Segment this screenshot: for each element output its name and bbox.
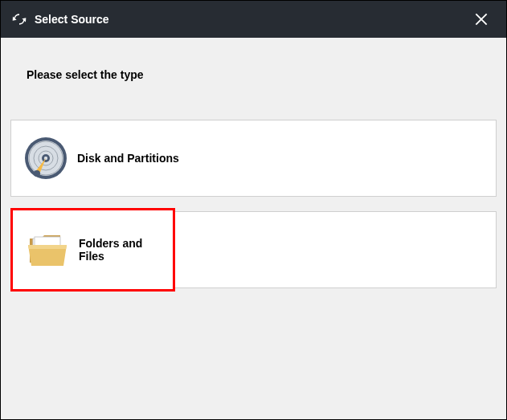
option-folders-and-files[interactable]: Folders and Files bbox=[10, 208, 175, 292]
prompt-text: Please select the type bbox=[10, 46, 497, 120]
folder-icon bbox=[24, 226, 71, 273]
close-button[interactable] bbox=[466, 4, 497, 35]
option-folders-label: Folders and Files bbox=[79, 237, 162, 263]
option-disk-label: Disk and Partitions bbox=[77, 152, 179, 165]
svg-point-10 bbox=[34, 170, 40, 177]
option-disk-and-partitions[interactable]: Disk and Partitions bbox=[10, 120, 497, 197]
app-refresh-icon bbox=[10, 10, 28, 28]
hard-disk-icon bbox=[22, 135, 69, 181]
window-title: Select Source bbox=[35, 13, 109, 26]
content-area: Please select the type Disk and Partitio… bbox=[1, 38, 506, 419]
titlebar: Select Source bbox=[1, 1, 506, 38]
